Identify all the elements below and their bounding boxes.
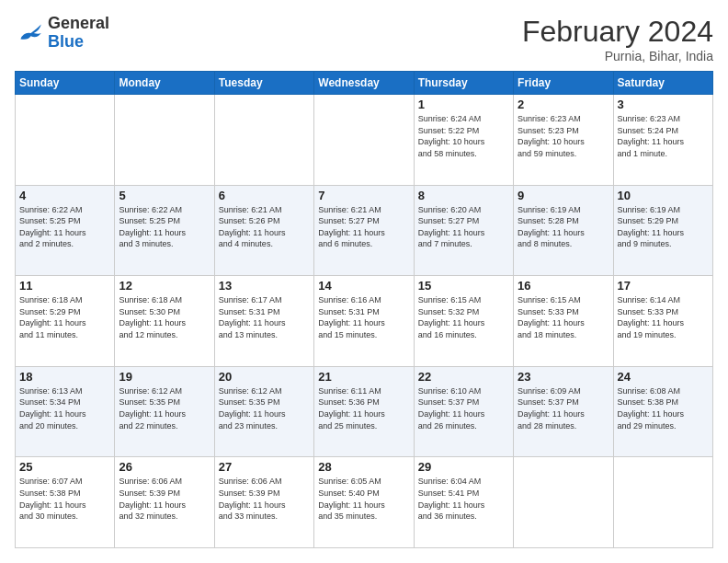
day-number: 6 — [219, 189, 310, 202]
calendar-day-cell: 7Sunrise: 6:21 AM Sunset: 5:27 PM Daylig… — [314, 185, 414, 276]
day-info: Sunrise: 6:17 AM Sunset: 5:31 PM Dayligh… — [219, 294, 310, 340]
day-number: 9 — [518, 189, 609, 202]
day-info: Sunrise: 6:19 AM Sunset: 5:28 PM Dayligh… — [518, 204, 609, 250]
calendar-day-cell: 15Sunrise: 6:15 AM Sunset: 5:32 PM Dayli… — [414, 276, 513, 367]
day-number: 16 — [518, 279, 609, 293]
calendar-day-cell — [16, 95, 115, 186]
weekday-header-saturday: Saturday — [613, 72, 712, 95]
day-info: Sunrise: 6:21 AM Sunset: 5:27 PM Dayligh… — [318, 204, 409, 250]
day-number: 29 — [418, 460, 509, 474]
logo-general: General — [48, 14, 109, 32]
day-info: Sunrise: 6:24 AM Sunset: 5:22 PM Dayligh… — [418, 113, 509, 159]
day-number: 23 — [518, 370, 609, 384]
day-number: 12 — [119, 279, 210, 293]
calendar-day-cell: 25Sunrise: 6:07 AM Sunset: 5:38 PM Dayli… — [16, 457, 115, 548]
day-number: 25 — [19, 460, 110, 474]
calendar-day-cell — [514, 457, 613, 548]
calendar-week-1: 1Sunrise: 6:24 AM Sunset: 5:22 PM Daylig… — [16, 95, 713, 186]
calendar-day-cell: 8Sunrise: 6:20 AM Sunset: 5:27 PM Daylig… — [414, 185, 513, 276]
day-info: Sunrise: 6:22 AM Sunset: 5:25 PM Dayligh… — [19, 204, 110, 250]
page: General Blue February 2024 Purnia, Bihar… — [0, 0, 728, 563]
calendar-week-3: 11Sunrise: 6:18 AM Sunset: 5:29 PM Dayli… — [16, 276, 713, 367]
calendar-day-cell: 6Sunrise: 6:21 AM Sunset: 5:26 PM Daylig… — [214, 185, 313, 276]
calendar-day-cell — [314, 95, 414, 186]
calendar-day-cell: 11Sunrise: 6:18 AM Sunset: 5:29 PM Dayli… — [16, 276, 115, 367]
day-number: 5 — [119, 189, 210, 202]
day-info: Sunrise: 6:16 AM Sunset: 5:31 PM Dayligh… — [318, 294, 409, 340]
calendar-day-cell: 16Sunrise: 6:15 AM Sunset: 5:33 PM Dayli… — [514, 276, 613, 367]
calendar-day-cell: 21Sunrise: 6:11 AM Sunset: 5:36 PM Dayli… — [314, 366, 414, 457]
calendar-week-5: 25Sunrise: 6:07 AM Sunset: 5:38 PM Dayli… — [16, 457, 713, 548]
calendar-day-cell — [115, 95, 214, 186]
day-info: Sunrise: 6:12 AM Sunset: 5:35 PM Dayligh… — [219, 385, 310, 431]
day-info: Sunrise: 6:15 AM Sunset: 5:33 PM Dayligh… — [518, 294, 609, 340]
calendar-day-cell: 10Sunrise: 6:19 AM Sunset: 5:29 PM Dayli… — [613, 185, 712, 276]
day-info: Sunrise: 6:18 AM Sunset: 5:29 PM Dayligh… — [19, 294, 110, 340]
day-info: Sunrise: 6:08 AM Sunset: 5:38 PM Dayligh… — [618, 385, 709, 431]
title-block: February 2024 Purnia, Bihar, India — [522, 15, 713, 63]
weekday-header-wednesday: Wednesday — [314, 72, 414, 95]
weekday-header-sunday: Sunday — [16, 72, 115, 95]
day-number: 1 — [418, 98, 509, 111]
weekday-header-monday: Monday — [115, 72, 214, 95]
calendar-week-4: 18Sunrise: 6:13 AM Sunset: 5:34 PM Dayli… — [16, 366, 713, 457]
day-info: Sunrise: 6:23 AM Sunset: 5:24 PM Dayligh… — [618, 113, 709, 159]
calendar-day-cell: 19Sunrise: 6:12 AM Sunset: 5:35 PM Dayli… — [115, 366, 214, 457]
day-number: 4 — [19, 189, 110, 202]
calendar-day-cell: 14Sunrise: 6:16 AM Sunset: 5:31 PM Dayli… — [314, 276, 414, 367]
day-info: Sunrise: 6:06 AM Sunset: 5:39 PM Dayligh… — [219, 476, 310, 522]
calendar-day-cell: 29Sunrise: 6:04 AM Sunset: 5:41 PM Dayli… — [414, 457, 513, 548]
day-number: 11 — [19, 279, 110, 293]
day-number: 10 — [618, 189, 709, 202]
day-info: Sunrise: 6:23 AM Sunset: 5:23 PM Dayligh… — [518, 113, 609, 159]
weekday-header-friday: Friday — [514, 72, 613, 95]
day-info: Sunrise: 6:21 AM Sunset: 5:26 PM Dayligh… — [219, 204, 310, 250]
logo: General Blue — [15, 15, 109, 52]
calendar-day-cell: 3Sunrise: 6:23 AM Sunset: 5:24 PM Daylig… — [613, 95, 712, 186]
calendar-day-cell: 5Sunrise: 6:22 AM Sunset: 5:25 PM Daylig… — [115, 185, 214, 276]
day-number: 18 — [19, 370, 110, 384]
day-info: Sunrise: 6:14 AM Sunset: 5:33 PM Dayligh… — [618, 294, 709, 340]
calendar-week-2: 4Sunrise: 6:22 AM Sunset: 5:25 PM Daylig… — [16, 185, 713, 276]
calendar-table: SundayMondayTuesdayWednesdayThursdayFrid… — [15, 71, 713, 548]
day-info: Sunrise: 6:18 AM Sunset: 5:30 PM Dayligh… — [119, 294, 210, 340]
header: General Blue February 2024 Purnia, Bihar… — [15, 15, 713, 63]
day-number: 26 — [119, 460, 210, 474]
day-number: 20 — [219, 370, 310, 384]
day-number: 7 — [318, 189, 409, 202]
day-number: 15 — [418, 279, 509, 293]
day-info: Sunrise: 6:20 AM Sunset: 5:27 PM Dayligh… — [418, 204, 509, 250]
day-number: 28 — [318, 460, 409, 474]
calendar-day-cell: 9Sunrise: 6:19 AM Sunset: 5:28 PM Daylig… — [514, 185, 613, 276]
calendar-day-cell: 4Sunrise: 6:22 AM Sunset: 5:25 PM Daylig… — [16, 185, 115, 276]
calendar-day-cell: 27Sunrise: 6:06 AM Sunset: 5:39 PM Dayli… — [214, 457, 313, 548]
day-number: 3 — [618, 98, 709, 111]
calendar-day-cell: 13Sunrise: 6:17 AM Sunset: 5:31 PM Dayli… — [214, 276, 313, 367]
day-info: Sunrise: 6:22 AM Sunset: 5:25 PM Dayligh… — [119, 204, 210, 250]
day-info: Sunrise: 6:19 AM Sunset: 5:29 PM Dayligh… — [618, 204, 709, 250]
day-info: Sunrise: 6:15 AM Sunset: 5:32 PM Dayligh… — [418, 294, 509, 340]
weekday-header-thursday: Thursday — [414, 72, 513, 95]
calendar-day-cell — [214, 95, 313, 186]
day-number: 8 — [418, 189, 509, 202]
day-number: 21 — [318, 370, 409, 384]
day-info: Sunrise: 6:13 AM Sunset: 5:34 PM Dayligh… — [19, 385, 110, 431]
day-number: 14 — [318, 279, 409, 293]
weekday-header-tuesday: Tuesday — [214, 72, 313, 95]
calendar-day-cell: 12Sunrise: 6:18 AM Sunset: 5:30 PM Dayli… — [115, 276, 214, 367]
day-number: 13 — [219, 279, 310, 293]
day-number: 27 — [219, 460, 310, 474]
month-title: February 2024 — [522, 15, 713, 49]
day-number: 17 — [618, 279, 709, 293]
calendar-day-cell: 26Sunrise: 6:06 AM Sunset: 5:39 PM Dayli… — [115, 457, 214, 548]
day-info: Sunrise: 6:11 AM Sunset: 5:36 PM Dayligh… — [318, 385, 409, 431]
calendar-day-cell: 18Sunrise: 6:13 AM Sunset: 5:34 PM Dayli… — [16, 366, 115, 457]
location: Purnia, Bihar, India — [522, 49, 713, 63]
calendar-day-cell: 28Sunrise: 6:05 AM Sunset: 5:40 PM Dayli… — [314, 457, 414, 548]
day-info: Sunrise: 6:09 AM Sunset: 5:37 PM Dayligh… — [518, 385, 609, 431]
day-number: 24 — [618, 370, 709, 384]
day-info: Sunrise: 6:06 AM Sunset: 5:39 PM Dayligh… — [119, 476, 210, 522]
calendar-day-cell: 20Sunrise: 6:12 AM Sunset: 5:35 PM Dayli… — [214, 366, 313, 457]
calendar-day-cell: 17Sunrise: 6:14 AM Sunset: 5:33 PM Dayli… — [613, 276, 712, 367]
day-number: 22 — [418, 370, 509, 384]
